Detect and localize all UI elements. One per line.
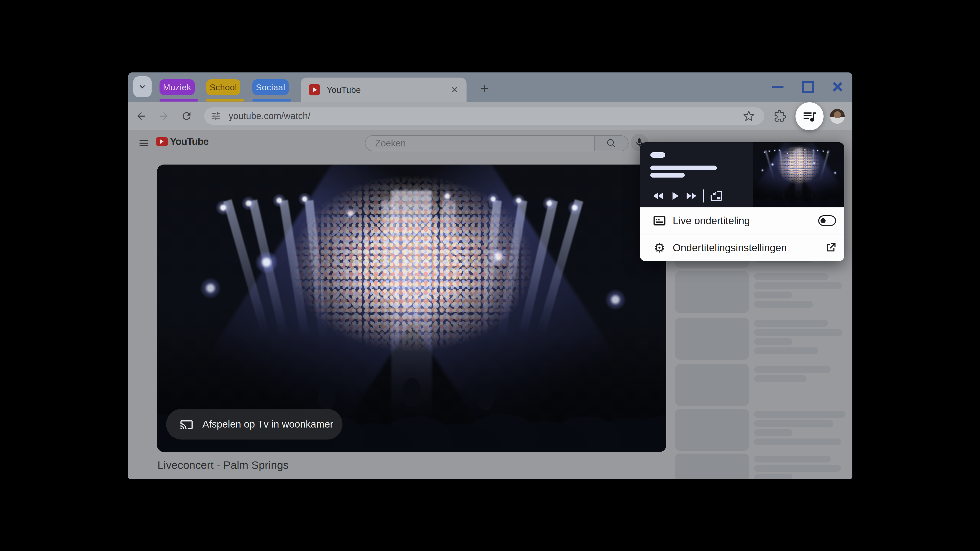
search-button[interactable] <box>594 136 628 151</box>
tab-youtube[interactable]: YouTube <box>301 78 466 102</box>
hamburger-icon <box>138 137 150 149</box>
controls-divider <box>703 189 704 203</box>
media-title-placeholder <box>650 165 717 170</box>
media-controls-button[interactable] <box>795 102 824 130</box>
reload-button[interactable] <box>180 110 193 123</box>
skeleton-line <box>754 320 828 327</box>
youtube-logo-icon <box>156 137 168 146</box>
gear-icon: ⚙ <box>654 241 666 254</box>
browser-window: Muziek School Sociaal YouTube <box>128 73 853 479</box>
skeleton-line <box>754 420 833 427</box>
skeleton-line <box>754 338 792 345</box>
skeleton-thumbnail <box>675 364 749 406</box>
window-minimize-button[interactable] <box>771 79 785 94</box>
media-controls <box>650 189 724 203</box>
live-caption-label: Live ondertiteling <box>673 215 818 227</box>
url-text: youtube.com/watch/ <box>229 111 743 121</box>
rewind-icon <box>652 189 665 203</box>
skeleton-line <box>754 465 841 472</box>
tab-group-muziek[interactable]: Muziek <box>159 79 195 95</box>
tab-group-underline <box>252 99 291 102</box>
skeleton-line <box>754 438 841 445</box>
skeleton-line <box>754 366 831 373</box>
picture-in-picture-icon <box>710 189 723 203</box>
previous-track-button[interactable] <box>650 189 667 203</box>
window-maximize-button[interactable] <box>801 79 815 94</box>
skeleton-line <box>754 283 842 289</box>
window-close-button[interactable] <box>830 79 845 94</box>
media-thumbnail <box>753 142 844 207</box>
chevron-down-icon <box>137 82 148 92</box>
skeleton-line <box>754 292 792 299</box>
tab-group-school[interactable]: School <box>206 79 240 95</box>
media-artist-placeholder <box>650 173 685 178</box>
youtube-logo[interactable]: YouTube <box>156 136 208 147</box>
site-settings-icon[interactable] <box>210 110 221 122</box>
picture-in-picture-button[interactable] <box>708 189 724 203</box>
media-controls-popup: Live ondertiteling ⚙ Ondertitelingsinste… <box>640 142 844 261</box>
skeleton-thumbnail <box>675 318 749 360</box>
omnibox[interactable]: youtube.com/watch/ <box>204 107 764 125</box>
forward-button[interactable] <box>157 110 170 123</box>
bookmark-star-button[interactable] <box>743 110 755 122</box>
fast-forward-icon <box>684 189 698 203</box>
skeleton-line <box>754 301 813 308</box>
cast-overlay-label: Afspelen op Tv in woonkamer <box>202 419 333 430</box>
close-icon <box>450 86 459 94</box>
caption-settings-label: Ondertitelingsinstellingen <box>673 242 824 254</box>
skeleton-thumbnail <box>675 409 749 451</box>
skeleton-line <box>754 411 845 418</box>
youtube-logo-text: YouTube <box>170 136 208 147</box>
new-tab-button[interactable] <box>477 81 492 95</box>
reload-icon <box>181 110 192 122</box>
media-session-card[interactable] <box>640 142 844 207</box>
puzzle-icon <box>774 110 786 122</box>
open-caption-settings-button[interactable] <box>824 241 837 254</box>
tab-group-label: School <box>210 83 237 92</box>
caption-settings-row[interactable]: ⚙ Ondertitelingsinstellingen <box>640 234 844 261</box>
star-icon <box>743 110 755 122</box>
plus-icon <box>479 83 490 94</box>
youtube-menu-button[interactable] <box>137 137 151 150</box>
media-source-placeholder <box>650 152 665 158</box>
tab-close-button[interactable] <box>450 85 460 95</box>
youtube-favicon-icon <box>309 84 320 95</box>
tab-group-label: Sociaal <box>256 83 285 92</box>
screen: Muziek School Sociaal YouTube <box>0 0 980 551</box>
queue-music-icon <box>802 108 818 124</box>
play-icon <box>668 189 681 203</box>
tab-title: YouTube <box>327 85 450 95</box>
tab-strip: Muziek School Sociaal YouTube <box>128 73 853 102</box>
back-icon <box>135 110 147 122</box>
captions-icon <box>652 213 667 228</box>
skeleton-line <box>754 474 792 479</box>
search-icon <box>606 138 617 149</box>
live-caption-row[interactable]: Live ondertiteling <box>640 207 844 234</box>
profile-avatar[interactable] <box>830 109 845 124</box>
tab-group-sociaal[interactable]: Sociaal <box>252 79 289 95</box>
skeleton-line <box>754 329 842 336</box>
video-title: Liveconcert - Palm Springs <box>158 459 289 472</box>
cast-icon <box>180 418 193 431</box>
skeleton-line <box>754 273 828 280</box>
extensions-button[interactable] <box>773 110 787 123</box>
tab-group-label: Muziek <box>163 83 191 92</box>
video-player[interactable]: Afspelen op Tv in woonkamer <box>157 165 667 452</box>
browser-toolbar: youtube.com/watch/ <box>128 102 853 130</box>
skeleton-thumbnail <box>675 454 749 479</box>
open-in-new-icon <box>824 241 837 254</box>
cast-overlay-button[interactable]: Afspelen op Tv in woonkamer <box>166 409 342 440</box>
youtube-search-box[interactable] <box>365 135 628 151</box>
play-button[interactable] <box>667 189 683 203</box>
skeleton-line <box>754 375 807 382</box>
tab-search-button[interactable] <box>133 76 151 97</box>
search-input[interactable] <box>366 138 594 149</box>
skeleton-line <box>754 348 818 354</box>
next-track-button[interactable] <box>683 189 699 203</box>
skeleton-line <box>754 456 831 462</box>
skeleton-thumbnail <box>675 271 749 313</box>
tab-group-underline <box>159 99 198 102</box>
tab-group-underline <box>206 99 244 102</box>
back-button[interactable] <box>135 110 148 123</box>
live-caption-toggle[interactable] <box>818 215 836 226</box>
